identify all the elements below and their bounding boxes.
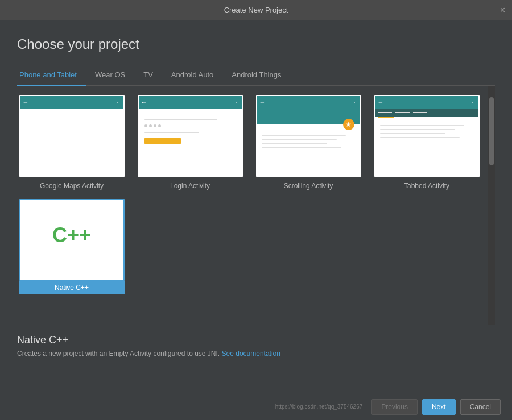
title-bar: Create New Project × [0, 0, 512, 20]
page-title: Choose your project [17, 36, 495, 52]
scroll-line-2 [262, 139, 337, 140]
scroll-line-4 [262, 147, 341, 148]
phone-bar-maps: ← ⋮ [20, 96, 123, 109]
next-button[interactable]: Next [422, 399, 456, 415]
cancel-button[interactable]: Cancel [460, 399, 501, 415]
login-field-2 [144, 132, 200, 133]
scrolling-fab-icon: ★ [343, 119, 354, 130]
login-button-preview [144, 138, 181, 144]
more-icon: ⋮ [352, 99, 358, 106]
login-body [139, 109, 242, 156]
tabbed-line-2 [380, 129, 455, 130]
tab-phone-tablet[interactable]: Phone and Tablet [17, 66, 86, 86]
tab-indicator-1 [378, 112, 392, 113]
tabs-bar: Phone and Tablet Wear OS TV Android Auto… [17, 66, 495, 86]
scrollbar-thumb [489, 97, 494, 165]
card-preview-login: ← ⋮ [138, 95, 243, 177]
scrolling-body [257, 124, 360, 155]
info-section: Native C++ Creates a new project with an… [0, 325, 512, 357]
card-preview-native-cpp: C++ [19, 199, 125, 281]
main-content: Choose your project Phone and Tablet Wea… [0, 20, 512, 325]
tabbed-body [375, 118, 478, 145]
tab-indicator-2 [395, 112, 410, 113]
login-field-1 [144, 119, 218, 120]
selected-activity-description: Creates a new project with an Empty Acti… [17, 350, 495, 357]
activity-card-native-cpp[interactable]: C++ Native C++ [17, 199, 126, 294]
activity-card-tabbed[interactable]: ← — ⋮ [372, 95, 481, 190]
tabbed-line-1 [380, 125, 465, 126]
activity-label-google-maps: Google Maps Activity [40, 182, 104, 190]
activity-label-tabbed: Tabbed Activity [404, 182, 449, 190]
activity-label-scrolling: Scrolling Activity [284, 182, 333, 190]
phone-bar-tabbed: ← — ⋮ [375, 96, 478, 109]
card-preview-tabbed: ← — ⋮ [374, 95, 480, 177]
activity-card-scrolling[interactable]: ← ⋮ ★ Scrolling Activity [254, 95, 363, 190]
back-arrow-icon: ← [23, 99, 29, 106]
tabbed-line-4 [380, 137, 460, 138]
activity-label-login: Login Activity [170, 182, 210, 190]
back-arrow-icon: ← [141, 99, 147, 106]
dialog-title: Create New Project [224, 6, 288, 14]
activity-card-google-maps[interactable]: ← ⋮ 📍 Google Maps Activity [17, 95, 126, 190]
back-arrow-icon: ← [259, 99, 266, 106]
tabbed-tab-bar [375, 109, 478, 117]
url-hint: https://blog.csdn.net/qq_37546267 [275, 404, 362, 410]
scrollbar[interactable] [488, 86, 495, 325]
activity-grid: ← ⋮ 📍 Google Maps Activity [17, 95, 488, 294]
tab-indicator-3 [413, 112, 427, 113]
dot4 [158, 124, 161, 127]
dot3 [154, 124, 156, 127]
tab-android-auto[interactable]: Android Auto [162, 66, 222, 86]
phone-bar-scrolling: ← ⋮ [257, 96, 360, 109]
close-icon[interactable]: × [500, 6, 505, 15]
cpp-logo-icon: C++ [52, 223, 91, 247]
more-icon: ⋮ [115, 99, 121, 106]
card-preview-scrolling: ← ⋮ ★ [256, 95, 361, 177]
back-arrow-icon: ← [378, 99, 384, 106]
activity-card-login[interactable]: ← ⋮ [135, 95, 245, 190]
scrolling-hero-bar: ★ [257, 109, 360, 124]
selected-activity-title: Native C++ [17, 334, 495, 346]
tab-android-things[interactable]: Android Things [222, 66, 290, 86]
card-preview-google-maps: ← ⋮ 📍 [19, 95, 125, 177]
scroll-line-1 [262, 135, 346, 136]
previous-button[interactable]: Previous [371, 399, 418, 415]
tab-tv[interactable]: TV [134, 66, 162, 86]
phone-bar-login: ← ⋮ [139, 96, 242, 109]
scroll-line-3 [262, 143, 328, 144]
footer: https://blog.csdn.net/qq_37546267 Previo… [0, 393, 512, 420]
dot2 [149, 124, 152, 127]
more-icon: ⋮ [233, 99, 240, 106]
tab-wear-os[interactable]: Wear OS [86, 66, 134, 86]
see-documentation-link[interactable]: See documentation [222, 350, 280, 357]
grid-scroll-container: ← ⋮ 📍 Google Maps Activity [17, 86, 495, 325]
activity-label-native-cpp: Native C++ [19, 281, 125, 294]
tabbed-title: — [384, 99, 470, 106]
more-icon: ⋮ [470, 99, 476, 106]
login-dots [144, 124, 236, 127]
dot1 [144, 124, 147, 127]
cpp-logo-container: C++ [32, 205, 112, 266]
tabbed-line-3 [380, 133, 446, 134]
activity-grid-area: ← ⋮ 📍 Google Maps Activity [17, 86, 488, 325]
